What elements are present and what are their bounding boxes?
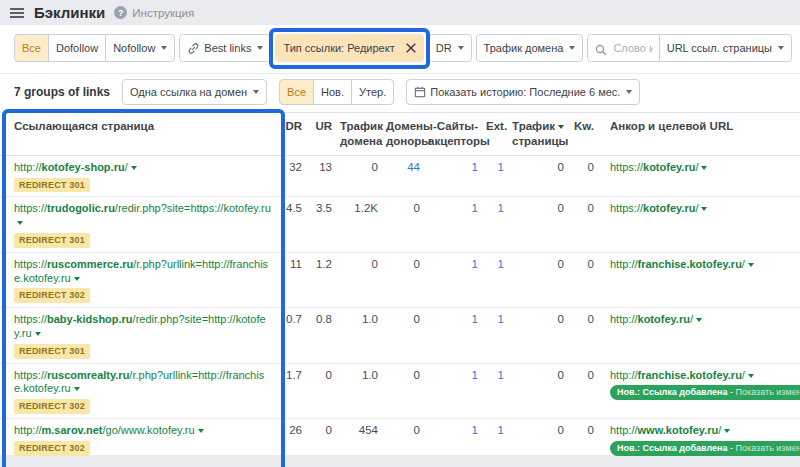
referring-page-link[interactable]: https://ruscomrealty.ru/r.php?urllink=ht… xyxy=(14,369,264,395)
column-header-page-traffic[interactable]: Трафикстраницы xyxy=(508,113,568,156)
column-header-domain-traffic[interactable]: Трафикдомена xyxy=(336,113,382,156)
anchor-url-link[interactable]: https://kotofey.ru/ xyxy=(610,161,707,173)
column-header-sites[interactable]: Сайты-акцепторы xyxy=(424,113,482,156)
anchor-cell: http://www.kotofey.ru/ Нов.: Ссылка доба… xyxy=(598,419,800,461)
chevron-down-icon xyxy=(458,46,464,50)
show-history-button[interactable]: Показать историю: Последние 6 мес. xyxy=(406,79,640,105)
search-group: URL ссыл. страницы xyxy=(587,34,792,62)
anchor-url-link[interactable]: http://franchise.kotofey.ru/ xyxy=(610,258,754,270)
help-link[interactable]: Инструкция xyxy=(114,6,194,19)
group-mode-dropdown[interactable]: Одна ссылка на домен xyxy=(122,79,267,105)
show-changes-link[interactable]: Показать изменения xyxy=(736,443,800,453)
dr-value: 1.7 xyxy=(276,363,306,418)
filter-dofollow-button[interactable]: Dofollow xyxy=(48,34,106,62)
referring-page-link[interactable]: https://baby-kidshop.ru/redir.php?site=h… xyxy=(14,313,266,339)
referring-page-link[interactable]: https://trudogolic.ru/redir.php?site=htt… xyxy=(14,202,271,228)
sites-link[interactable]: 1 xyxy=(472,369,478,381)
dr-value: 26 xyxy=(276,419,306,461)
sites-link[interactable]: 1 xyxy=(472,202,478,214)
filter-toolbar: Все Dofollow Nofollow Best links Тип ссы… xyxy=(0,25,800,74)
referring-page-link[interactable]: https://ruscommerce.ru/r.php?urllink=htt… xyxy=(14,258,268,284)
help-icon xyxy=(114,6,127,19)
ext-link[interactable]: 1 xyxy=(498,161,504,173)
chevron-down-icon xyxy=(257,46,263,50)
ext-link[interactable]: 1 xyxy=(498,424,504,436)
chevron-down-icon xyxy=(569,46,575,50)
domain-traffic-value: 1.0 xyxy=(336,308,382,363)
new-link-badge: Нов.: Ссылка добавлена - Показать измене… xyxy=(610,385,800,400)
link-type-filter-chip[interactable]: Тип ссылки: Редирект xyxy=(275,34,423,62)
chevron-down-icon xyxy=(74,277,80,281)
domain-traffic-filter-button[interactable]: Трафик домена xyxy=(476,34,584,62)
show-changes-link[interactable]: Показать изменения xyxy=(736,387,800,397)
chevron-down-icon xyxy=(778,46,784,50)
ur-value: 0 xyxy=(306,363,336,418)
chevron-down-icon xyxy=(696,318,702,322)
kw-value: 0 xyxy=(568,419,598,461)
column-header-anchor[interactable]: Анкор и целевой URL xyxy=(598,113,800,156)
chevron-down-icon xyxy=(131,166,137,170)
dr-value: 0.7 xyxy=(276,308,306,363)
ref-domains-link: 0 xyxy=(414,258,420,270)
anchor-cell: http://franchise.kotofey.ru/ Нов.: Ссылк… xyxy=(598,363,800,418)
kw-value: 0 xyxy=(568,197,598,252)
ref-domains-link: 0 xyxy=(414,313,420,325)
page-traffic-value: 0 xyxy=(508,252,568,307)
ref-domains-link[interactable]: 44 xyxy=(407,161,420,173)
state-all-button[interactable]: Все xyxy=(279,79,314,105)
best-links-button[interactable]: Best links xyxy=(179,34,271,62)
domain-traffic-value: 0 xyxy=(336,252,382,307)
url-scope-dropdown[interactable]: URL ссыл. страницы xyxy=(659,34,792,62)
close-icon[interactable] xyxy=(406,43,416,53)
chevron-down-icon xyxy=(748,263,754,267)
redirect-badge: REDIRECT 302 xyxy=(14,288,90,303)
state-lost-button[interactable]: Утер. xyxy=(351,79,394,105)
ur-value: 3.5 xyxy=(306,197,336,252)
anchor-url-link[interactable]: http://franchise.kotofey.ru/ xyxy=(610,369,754,381)
ext-link[interactable]: 1 xyxy=(498,258,504,270)
ur-value: 13 xyxy=(306,155,336,197)
filter-nofollow-button[interactable]: Nofollow xyxy=(105,34,175,62)
sites-link[interactable]: 1 xyxy=(472,424,478,436)
anchor-url-link[interactable]: http://kotofey.ru/ xyxy=(610,313,702,325)
chevron-down-icon xyxy=(35,332,41,336)
best-links-label: Best links xyxy=(204,42,251,54)
referring-page-cell: https://infomir59.ru/redirect.php?url=ht… xyxy=(0,460,276,467)
column-header-dr[interactable]: DR xyxy=(276,113,306,156)
column-header-ur[interactable]: UR xyxy=(306,113,336,156)
referring-page-link[interactable]: http://kotofey-shop.ru/ xyxy=(14,161,137,173)
redirect-badge: REDIRECT 302 xyxy=(14,399,90,414)
dr-filter-button[interactable]: DR xyxy=(428,34,472,62)
chevron-down-icon xyxy=(17,221,23,225)
dr-filter-label: DR xyxy=(436,42,452,54)
column-header-referring-page[interactable]: Ссылающаяся страница xyxy=(0,113,276,156)
kw-value: 0 xyxy=(568,460,598,467)
filter-all-button[interactable]: Все xyxy=(14,34,49,62)
chevron-down-icon xyxy=(74,387,80,391)
chevron-down-icon xyxy=(626,90,632,94)
page-traffic-value: 0 xyxy=(508,460,568,467)
help-label: Инструкция xyxy=(132,7,194,19)
domain-traffic-value: 454 xyxy=(336,419,382,461)
sites-link[interactable]: 1 xyxy=(472,258,478,270)
ur-value: 0.8 xyxy=(306,308,336,363)
anchor-cell: http://kotofey.ru/ Нов.: Ссылка добавлен… xyxy=(598,460,800,467)
ext-link[interactable]: 1 xyxy=(498,202,504,214)
page-traffic-value: 0 xyxy=(508,197,568,252)
domain-traffic-filter-label: Трафик домена xyxy=(484,42,564,54)
sites-link[interactable]: 1 xyxy=(472,161,478,173)
sites-link[interactable]: 1 xyxy=(472,313,478,325)
ext-link[interactable]: 1 xyxy=(498,313,504,325)
hamburger-menu-icon[interactable] xyxy=(9,4,25,22)
dr-value: 4.5 xyxy=(276,197,306,252)
referring-page-link[interactable]: http://m.sarov.net/go/www.kotofey.ru xyxy=(14,424,204,436)
show-history-label: Показать историю: Последние 6 мес. xyxy=(430,86,620,98)
ext-link[interactable]: 1 xyxy=(498,369,504,381)
column-header-kw[interactable]: Kw. xyxy=(568,113,598,156)
column-header-ref-domains[interactable]: Домены-доноры xyxy=(382,113,424,156)
anchor-url-link[interactable]: https://kotofey.ru/ xyxy=(610,202,707,214)
anchor-url-link[interactable]: http://www.kotofey.ru/ xyxy=(610,424,730,436)
page-title: Бэклинки xyxy=(34,4,105,21)
chevron-down-icon xyxy=(253,90,259,94)
state-new-button[interactable]: Нов. xyxy=(313,79,352,105)
